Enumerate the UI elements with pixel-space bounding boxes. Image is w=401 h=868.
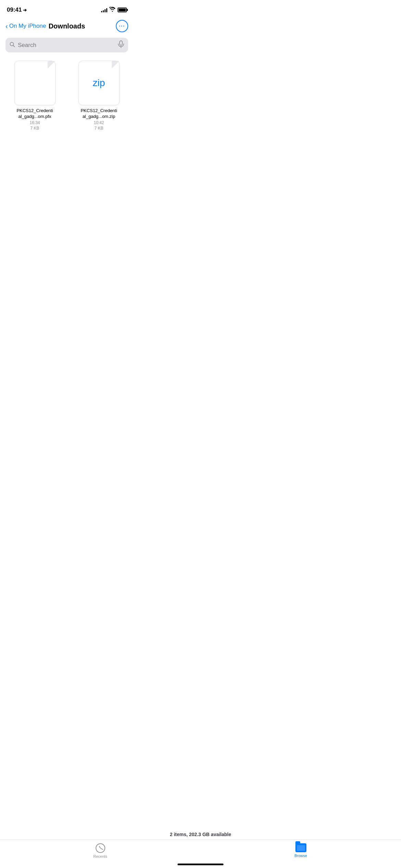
status-time: 09:41 ➔ — [7, 7, 27, 13]
search-input[interactable] — [18, 42, 115, 49]
file-icon-zip: zip — [78, 61, 120, 105]
search-container — [0, 35, 134, 57]
svg-line-1 — [13, 45, 15, 47]
more-icon: ··· — [119, 23, 125, 29]
file-name: PKCS12_Credenti al_gadg...om.zip — [81, 108, 117, 120]
page-title: Downloads — [49, 22, 85, 30]
file-size: 7 KB — [94, 126, 103, 131]
search-icon — [10, 42, 15, 49]
file-time: 10:42 — [94, 120, 104, 125]
search-bar[interactable] — [5, 38, 128, 52]
zip-type-label: zip — [93, 77, 105, 88]
status-bar: 09:41 ➔ — [0, 0, 134, 17]
file-name: PKCS12_Credenti al_gadg...om.pfx — [16, 108, 53, 120]
svg-rect-2 — [120, 41, 122, 45]
back-chevron-icon: ‹ — [5, 23, 8, 29]
back-button[interactable]: ‹ On My iPhone — [5, 23, 46, 29]
signal-icon — [101, 8, 107, 12]
wifi-icon — [109, 7, 116, 13]
nav-header: ‹ On My iPhone Downloads ··· — [0, 17, 134, 35]
file-item[interactable]: zip PKCS12_Credenti al_gadg...om.zip 10:… — [70, 61, 128, 131]
back-label: On My iPhone — [9, 23, 46, 29]
location-icon: ➔ — [23, 8, 27, 13]
file-item[interactable]: PKCS12_Credenti al_gadg...om.pfx 16:34 7… — [5, 61, 64, 131]
file-icon-pfx — [14, 61, 56, 105]
file-time: 16:34 — [29, 120, 40, 125]
file-size: 7 KB — [30, 126, 39, 131]
file-grid: PKCS12_Credenti al_gadg...om.pfx 16:34 7… — [0, 57, 134, 135]
status-icons — [101, 7, 127, 13]
more-button[interactable]: ··· — [116, 20, 128, 32]
microphone-icon[interactable] — [118, 40, 124, 50]
battery-icon — [118, 8, 127, 12]
